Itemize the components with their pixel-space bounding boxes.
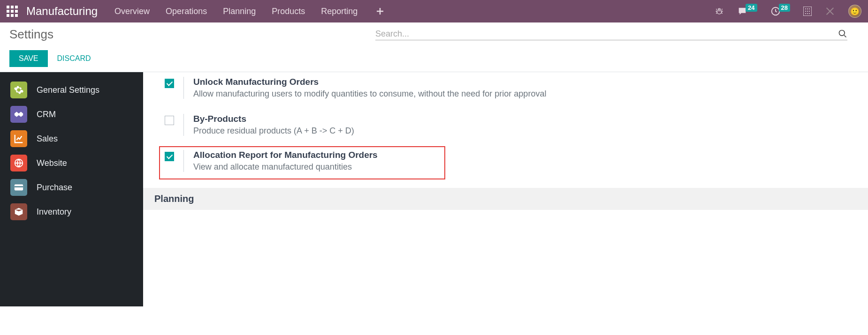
gear-icon — [10, 82, 27, 98]
sidebar-item-website[interactable]: Website — [0, 151, 143, 175]
search-icon[interactable] — [838, 29, 847, 38]
tools-icon[interactable] — [825, 6, 835, 16]
plus-icon[interactable] — [376, 7, 384, 15]
checkbox-allocation[interactable] — [165, 152, 174, 161]
sidebar-item-label: CRM — [37, 110, 56, 119]
settings-body: General Settings CRM Sales Website Purch… — [0, 72, 868, 306]
setting-byproducts: By-Products Produce residual products (A… — [165, 109, 857, 146]
settings-main: Unlock Manufacturing Orders Allow manufa… — [143, 72, 868, 306]
svg-rect-14 — [15, 186, 23, 187]
card-icon — [10, 179, 27, 196]
apps-icon[interactable] — [7, 6, 18, 17]
setting-desc: Allow manufacturing users to modify quan… — [193, 89, 546, 99]
setting-allocation-highlight: Allocation Report for Manufacturing Orde… — [159, 146, 445, 179]
setting-title: By-Products — [193, 114, 354, 124]
checkbox-unlock[interactable] — [165, 79, 174, 88]
sidebar-item-label: Website — [37, 158, 67, 168]
section-planning: Planning — [143, 188, 868, 210]
discard-button[interactable]: DISCARD — [57, 54, 91, 63]
nav-products[interactable]: Products — [272, 7, 305, 16]
setting-title: Unlock Manufacturing Orders — [193, 77, 546, 87]
setting-title: Allocation Report for Manufacturing Orde… — [193, 150, 378, 160]
svg-point-9 — [807, 13, 808, 14]
divider — [183, 114, 184, 136]
sidebar-item-label: Sales — [37, 134, 58, 144]
setting-desc: View and allocate manufactured quantitie… — [193, 162, 378, 172]
sidebar-item-label: Purchase — [37, 183, 72, 193]
checkbox-byproducts[interactable] — [165, 116, 174, 125]
search-input[interactable] — [375, 29, 838, 39]
clock-badge: 28 — [779, 4, 790, 12]
box-icon — [10, 203, 27, 220]
svg-point-3 — [807, 8, 808, 9]
divider — [183, 77, 184, 99]
chat-icon[interactable]: 24 — [737, 6, 757, 16]
globe-icon — [10, 155, 27, 171]
setting-desc: Produce residual products (A + B -> C + … — [193, 126, 354, 136]
sidebar-item-inventory[interactable]: Inventory — [0, 200, 143, 224]
clock-icon[interactable]: 28 — [770, 6, 790, 16]
page-title: Settings — [9, 27, 53, 42]
nav-reporting[interactable]: Reporting — [321, 7, 358, 16]
svg-point-5 — [805, 11, 806, 12]
settings-sidebar: General Settings CRM Sales Website Purch… — [0, 72, 143, 306]
sidebar-item-sales[interactable]: Sales — [0, 127, 143, 151]
sidebar-item-general[interactable]: General Settings — [0, 78, 143, 102]
chat-badge: 24 — [746, 4, 757, 12]
svg-point-10 — [809, 13, 810, 14]
nav-overview[interactable]: Overview — [114, 7, 150, 16]
nav-right: 24 28 🙂 — [715, 5, 861, 18]
svg-point-2 — [805, 8, 806, 9]
sidebar-item-label: Inventory — [37, 207, 71, 217]
grid-icon[interactable] — [803, 7, 812, 16]
svg-point-7 — [809, 11, 810, 12]
svg-point-8 — [805, 13, 806, 14]
svg-point-6 — [807, 11, 808, 12]
chart-icon — [10, 130, 27, 147]
top-navbar: Manufacturing Overview Operations Planni… — [0, 0, 868, 22]
nav-planning[interactable]: Planning — [223, 7, 256, 16]
sidebar-item-label: General Settings — [37, 85, 99, 95]
handshake-icon — [10, 106, 27, 123]
nav-operations[interactable]: Operations — [166, 7, 207, 16]
save-button[interactable]: SAVE — [9, 50, 48, 67]
avatar[interactable]: 🙂 — [848, 5, 861, 18]
setting-allocation: Allocation Report for Manufacturing Orde… — [165, 150, 440, 172]
divider — [183, 150, 184, 172]
sidebar-item-crm[interactable]: CRM — [0, 102, 143, 127]
bug-icon[interactable] — [715, 7, 724, 16]
sidebar-item-purchase[interactable]: Purchase — [0, 175, 143, 200]
setting-unlock-orders: Unlock Manufacturing Orders Allow manufa… — [165, 72, 857, 109]
control-panel: Settings SAVE DISCARD — [0, 22, 868, 72]
nav-menu: Overview Operations Planning Products Re… — [114, 7, 715, 16]
app-brand[interactable]: Manufacturing — [26, 5, 98, 18]
search-bar[interactable] — [375, 29, 847, 40]
svg-point-4 — [809, 8, 810, 9]
svg-point-11 — [839, 30, 845, 36]
